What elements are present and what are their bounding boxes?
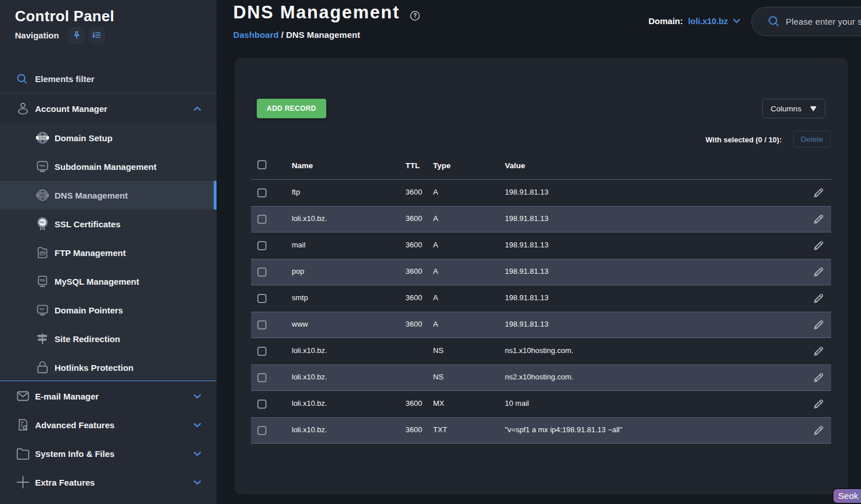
svg-text:FTP: FTP bbox=[41, 253, 45, 255]
svg-text:SSL: SSL bbox=[40, 221, 45, 224]
svg-text:SQL: SQL bbox=[40, 278, 45, 282]
svg-text:?: ? bbox=[413, 13, 416, 19]
svg-text:DNS: DNS bbox=[39, 194, 46, 197]
svg-text:WWW: WWW bbox=[38, 137, 47, 139]
